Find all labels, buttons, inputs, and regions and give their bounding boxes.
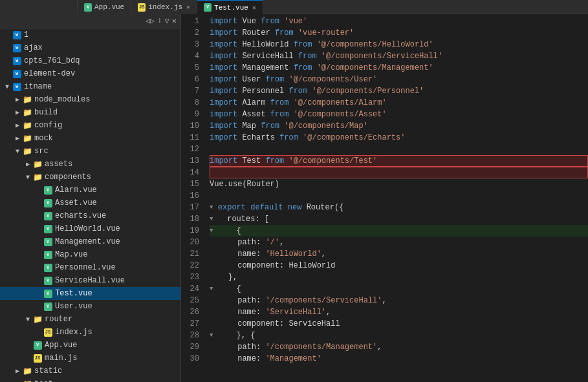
collapse-arrow[interactable]: ▼: [210, 330, 217, 341]
token: import: [210, 132, 237, 143]
tab-close-btn[interactable]: ✕: [186, 3, 190, 11]
tree-label-asset-vue: Asset.vue: [55, 198, 180, 207]
file-icon-management: V: [43, 237, 53, 247]
action-close[interactable]: ✕: [172, 16, 177, 26]
token: ,: [326, 306, 331, 318]
code-line-18: ▼ routes: [: [210, 213, 588, 225]
token: import: [210, 16, 237, 27]
tree-item-build[interactable]: ▶📁build: [0, 106, 180, 119]
tree-label-src: src: [34, 147, 180, 156]
tree-item-user[interactable]: VUser.vue: [0, 300, 180, 313]
code-line-2: import Router from 'vue-router': [210, 27, 588, 39]
code-line-3: import HelloWorld from '@/components/Hel…: [210, 39, 588, 50]
project-manager-tab[interactable]: [0, 0, 78, 14]
js-icon: JS: [138, 3, 146, 11]
token: from: [289, 85, 307, 97]
tree-item-assets[interactable]: ▶📁assets: [0, 158, 180, 171]
file-icon-build: 📁: [22, 107, 32, 118]
file-icon-servicehall: V: [43, 275, 53, 286]
tree-item-test-folder[interactable]: ▶📁test: [0, 377, 180, 382]
tree-item-cpts[interactable]: Wcpts_761_bdq: [0, 54, 180, 67]
tree-item-config[interactable]: ▶📁config: [0, 119, 180, 132]
tree-item-app-vue-file[interactable]: VApp.vue: [0, 339, 180, 352]
code-line-29: path: '/components/Management',: [210, 341, 588, 353]
tree-item-1[interactable]: W1: [0, 28, 180, 41]
collapse-arrow[interactable]: ▼: [210, 202, 217, 213]
token: Test: [237, 155, 265, 167]
tree-item-components[interactable]: ▼📁components: [0, 171, 180, 184]
tree-item-map[interactable]: VMap.vue: [0, 248, 180, 261]
line-number-14: 14: [186, 167, 199, 178]
tree-item-ajax[interactable]: Wajax: [0, 41, 180, 54]
tree-item-src[interactable]: ▼📁src: [0, 145, 180, 158]
tree-item-management[interactable]: VManagement.vue: [0, 235, 180, 248]
tree-item-test-vue-file[interactable]: VTest.vue: [0, 287, 180, 300]
tab-index-js[interactable]: JSindex.js✕: [131, 0, 197, 14]
code-line-14: [210, 167, 588, 178]
tree-arrow: ▶: [13, 122, 22, 129]
file-tree: W1WajaxWcpts_761_bdqWelement-dev▼Witname…: [0, 28, 180, 382]
file-icon-1: W: [12, 30, 22, 40]
token: ,: [377, 341, 382, 353]
tree-item-mock[interactable]: ▶📁mock: [0, 132, 180, 145]
token: from: [294, 62, 312, 74]
code-line-6: import User from '@/components/User': [210, 74, 588, 85]
code-line-10: import Map from '@/components/Map': [210, 120, 588, 132]
tree-item-echarts[interactable]: Vecharts.vue: [0, 209, 180, 222]
code-line-21: name: 'HelloWorld',: [210, 248, 588, 260]
tree-item-personnel[interactable]: VPersonnel.vue: [0, 261, 180, 274]
tree-item-alarm[interactable]: VAlarm.vue: [0, 184, 180, 196]
token: from: [294, 39, 312, 50]
token: Echarts: [237, 132, 279, 143]
tree-item-helloworld[interactable]: VHelloWorld.vue: [0, 222, 180, 235]
tree-label-mock: mock: [34, 134, 180, 143]
file-icon-router: 📁: [32, 314, 43, 324]
code-line-1: import Vue from 'vue': [210, 16, 588, 27]
collapse-arrow[interactable]: ▼: [210, 225, 217, 237]
line-number-19: 19: [186, 225, 199, 237]
file-icon-node_modules: 📁: [22, 94, 32, 105]
tree-item-static[interactable]: ▶📁static: [0, 365, 180, 377]
tab-close-btn[interactable]: ✕: [252, 4, 256, 12]
tree-item-itname[interactable]: ▼Witname: [0, 80, 180, 93]
token: from: [261, 16, 279, 27]
tree-arrow: ▼: [23, 316, 32, 323]
tab-app-vue[interactable]: VApp.vue: [78, 0, 131, 14]
tree-arrow: ▼: [3, 83, 12, 90]
tree-item-servicehall[interactable]: VServiceHall.vue: [0, 274, 180, 287]
token: import: [210, 109, 237, 120]
action-nav[interactable]: ◁▷: [146, 16, 155, 26]
token: from: [275, 27, 294, 39]
token: from: [261, 120, 279, 132]
tree-item-asset-vue[interactable]: VAsset.vue: [0, 196, 180, 209]
editor-tabs: VApp.vueJSindex.js✕VTest.vue✕: [78, 0, 588, 14]
tab-bar: VApp.vueJSindex.js✕VTest.vue✕: [0, 0, 588, 14]
collapse-arrow[interactable]: ▼: [210, 283, 217, 295]
token: '@/components/HelloWorld': [317, 39, 433, 50]
tree-label-personnel: Personnel.vue: [55, 263, 180, 272]
token: {: [218, 283, 241, 295]
token: path:: [210, 295, 265, 306]
line-number-22: 22: [186, 260, 199, 271]
token: [312, 39, 316, 50]
tab-test-vue[interactable]: VTest.vue✕: [197, 0, 263, 14]
tree-arrow: ▶: [13, 134, 22, 142]
tree-item-main-js[interactable]: JSmain.js: [0, 352, 180, 365]
code-area: import Vue from 'vue'import Router from …: [204, 14, 588, 382]
tree-item-element[interactable]: Welement-dev: [0, 67, 180, 80]
token: '/': [265, 237, 279, 248]
token: path:: [210, 341, 265, 353]
code-line-15: Vue.use(Router): [210, 178, 588, 190]
token: '@/components/Echarts': [303, 132, 405, 143]
action-collapse[interactable]: ▽: [165, 16, 169, 26]
action-sort[interactable]: ↕: [157, 16, 162, 26]
tree-item-index-js-file[interactable]: JSindex.js: [0, 326, 180, 339]
tree-item-node_modules[interactable]: ▶📁node_modules: [0, 93, 180, 106]
tree-label-map: Map.vue: [55, 250, 180, 259]
tree-item-router[interactable]: ▼📁router: [0, 313, 180, 326]
collapse-arrow[interactable]: ▼: [210, 213, 217, 225]
line-number-24: 24: [186, 283, 199, 295]
token: {: [218, 225, 241, 237]
file-icon-src: 📁: [22, 146, 32, 156]
token: from: [265, 74, 284, 85]
